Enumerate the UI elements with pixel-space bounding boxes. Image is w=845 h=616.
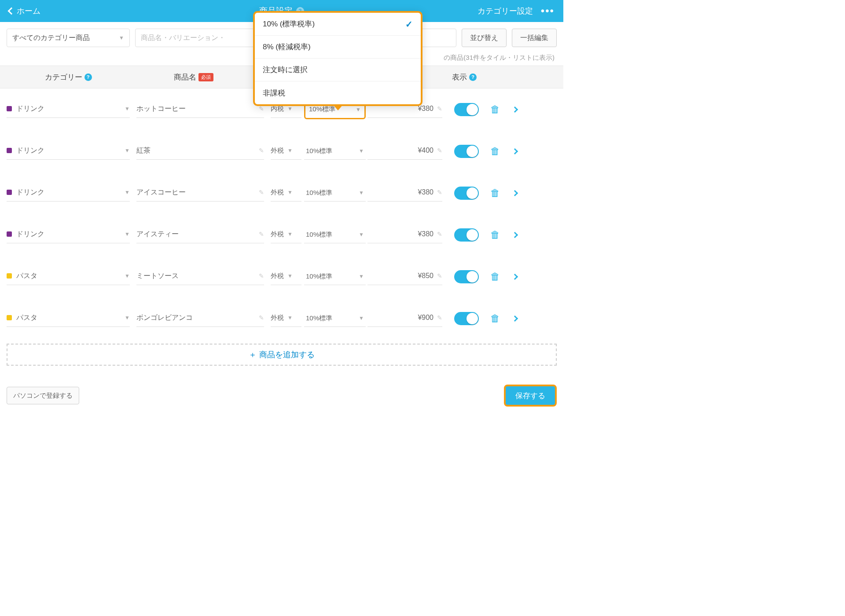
display-toggle[interactable]: [454, 270, 479, 283]
category-cell[interactable]: ドリンク▼: [7, 101, 130, 118]
price-cell[interactable]: ¥400✎: [367, 143, 442, 160]
display-toggle[interactable]: [454, 103, 479, 116]
name-text: 紅茶: [136, 146, 255, 155]
category-color-icon: [7, 106, 12, 111]
table-row: ドリンク▼アイスティー✎外税▼10%標準▼¥380✎🗑: [0, 214, 563, 256]
add-label: 商品を追加する: [259, 349, 315, 360]
tax-type-select[interactable]: 外税▼: [271, 310, 301, 327]
category-color-icon: [7, 231, 12, 237]
help-icon[interactable]: ?: [84, 73, 92, 81]
category-cell[interactable]: ドリンク▼: [7, 185, 130, 202]
tax-option-standard[interactable]: 10% (標準税率)✓: [255, 13, 421, 36]
required-badge: 必須: [198, 73, 213, 81]
trash-icon[interactable]: 🗑: [490, 146, 500, 157]
tax-rate-select[interactable]: 10%標準▼: [304, 143, 366, 160]
name-cell[interactable]: 紅茶✎: [136, 143, 264, 160]
trash-icon[interactable]: 🗑: [490, 187, 500, 199]
name-text: アイスコーヒー: [136, 188, 255, 197]
tax-rate-select[interactable]: 10%標準▼: [304, 268, 366, 285]
back-label: ホーム: [17, 6, 40, 16]
name-text: ホットコーヒー: [136, 104, 255, 114]
plus-icon: ＋: [249, 349, 257, 360]
category-cell[interactable]: パスタ▼: [7, 268, 130, 285]
detail-cell[interactable]: [506, 107, 524, 112]
display-toggle[interactable]: [454, 228, 479, 242]
pencil-icon: ✎: [437, 231, 442, 238]
price-text: ¥380: [418, 105, 434, 113]
chevron-down-icon: ▼: [119, 35, 124, 41]
delete-cell: 🗑: [484, 271, 506, 282]
detail-cell[interactable]: [506, 316, 524, 321]
display-toggle[interactable]: [454, 187, 479, 200]
tax-option-order[interactable]: 注文時に選択: [255, 59, 421, 81]
tax-type-select[interactable]: 外税▼: [271, 268, 301, 285]
delete-cell: 🗑: [484, 146, 506, 157]
name-cell[interactable]: アイスコーヒー✎: [136, 185, 264, 202]
detail-cell[interactable]: [506, 149, 524, 154]
bulk-edit-button[interactable]: 一括編集: [512, 29, 557, 47]
pencil-icon: ✎: [259, 147, 264, 154]
chevron-right-icon: [512, 106, 518, 112]
price-cell[interactable]: ¥850✎: [367, 268, 442, 285]
category-select-label: すべてのカテゴリー商品: [12, 33, 90, 43]
back-button[interactable]: ホーム: [0, 6, 40, 16]
chevron-down-icon: ▼: [287, 106, 293, 112]
trash-icon[interactable]: 🗑: [490, 229, 500, 241]
trash-icon[interactable]: 🗑: [490, 313, 500, 324]
price-text: ¥900: [418, 314, 434, 322]
tax-rate-select[interactable]: 10%標準▼: [304, 185, 366, 202]
trash-icon[interactable]: 🗑: [490, 271, 500, 282]
sort-button[interactable]: 並び替え: [462, 29, 507, 47]
chevron-down-icon: ▼: [125, 147, 130, 154]
tax-option-reduced[interactable]: 8% (軽減税率): [255, 36, 421, 59]
category-select[interactable]: すべてのカテゴリー商品 ▼: [7, 29, 130, 47]
more-icon[interactable]: •••: [541, 6, 555, 16]
tax-cell: 外税▼10%標準▼: [271, 185, 367, 202]
pencil-icon: ✎: [437, 314, 442, 321]
category-cell[interactable]: ドリンク▼: [7, 227, 130, 243]
tax-type-select[interactable]: 外税▼: [271, 227, 301, 243]
save-button[interactable]: 保存する: [504, 385, 557, 407]
tax-type-select[interactable]: 外税▼: [271, 143, 301, 160]
help-icon[interactable]: ?: [469, 73, 477, 81]
category-settings-link[interactable]: カテゴリー設定: [478, 6, 533, 16]
header-right: カテゴリー設定 •••: [478, 6, 563, 16]
display-toggle-cell: [449, 187, 484, 200]
toggle-knob: [467, 104, 478, 115]
price-cell[interactable]: ¥900✎: [367, 310, 442, 327]
price-cell[interactable]: ¥380✎: [367, 185, 442, 202]
pencil-icon: ✎: [259, 189, 264, 196]
category-text: ドリンク: [16, 146, 120, 155]
category-cell[interactable]: ドリンク▼: [7, 143, 130, 160]
name-cell[interactable]: ボンゴレビアンコ✎: [136, 310, 264, 327]
tax-type-select[interactable]: 外税▼: [271, 185, 301, 202]
chevron-down-icon: ▼: [125, 315, 130, 321]
pencil-icon: ✎: [259, 272, 264, 279]
detail-cell[interactable]: [506, 191, 524, 195]
trash-icon[interactable]: 🗑: [490, 104, 500, 115]
chevron-down-icon: ▼: [359, 148, 364, 154]
check-icon: ✓: [405, 19, 413, 29]
name-cell[interactable]: ミートソース✎: [136, 268, 264, 285]
chevron-down-icon: ▼: [125, 189, 130, 195]
tax-rate-select[interactable]: 10%標準▼: [304, 310, 366, 327]
pencil-icon: ✎: [259, 105, 264, 112]
tax-rate-select[interactable]: 10%標準▼: [304, 227, 366, 243]
detail-cell[interactable]: [506, 233, 524, 237]
add-product-button[interactable]: ＋ 商品を追加する: [7, 344, 557, 366]
chevron-down-icon: ▼: [287, 189, 293, 195]
tax-cell: 外税▼10%標準▼: [271, 227, 367, 243]
name-cell[interactable]: ホットコーヒー✎: [136, 101, 264, 118]
display-toggle[interactable]: [454, 312, 479, 325]
chevron-right-icon: [512, 315, 518, 321]
price-cell[interactable]: ¥380✎: [367, 227, 442, 243]
detail-cell[interactable]: [506, 275, 524, 279]
pencil-icon: ✎: [437, 189, 442, 196]
chevron-down-icon: ▼: [287, 273, 293, 279]
tax-option-exempt[interactable]: 非課税: [255, 81, 421, 104]
category-cell[interactable]: パスタ▼: [7, 310, 130, 327]
pc-register-button[interactable]: パソコンで登録する: [7, 387, 79, 404]
display-toggle[interactable]: [454, 145, 479, 158]
toggle-knob: [467, 187, 478, 199]
name-cell[interactable]: アイスティー✎: [136, 227, 264, 243]
